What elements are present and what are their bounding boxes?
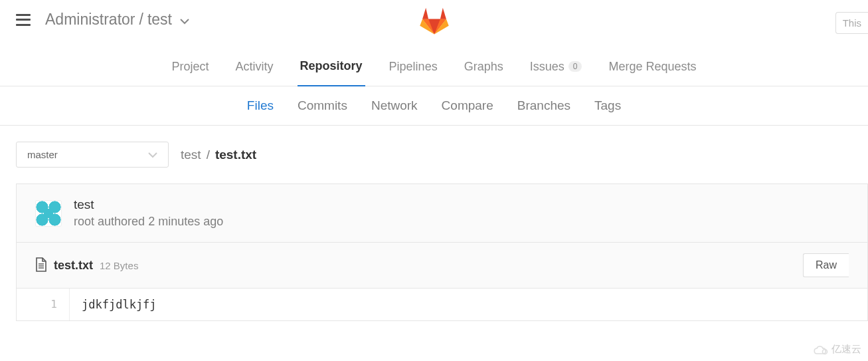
tab-repository[interactable]: Repository — [298, 59, 365, 86]
file-icon — [35, 257, 47, 274]
code-line: jdkfjdlkjfj — [70, 289, 169, 320]
branch-selected-label: master — [27, 149, 58, 160]
main-nav: Project Activity Repository Pipelines Gr… — [0, 35, 868, 86]
sub-network[interactable]: Network — [371, 98, 418, 113]
watermark: 亿速云 — [813, 343, 861, 356]
tab-graphs[interactable]: Graphs — [462, 59, 506, 86]
file-path-breadcrumb: test / test.txt — [181, 148, 256, 162]
sub-branches[interactable]: Branches — [517, 98, 570, 113]
path-current: test.txt — [215, 148, 256, 162]
path-root[interactable]: test — [181, 148, 201, 162]
breadcrumb-separator: / — [139, 11, 143, 29]
file-size: 12 Bytes — [100, 260, 138, 271]
last-commit: test root authored 2 minutes ago — [17, 184, 867, 243]
raw-button[interactable]: Raw — [803, 253, 849, 277]
sub-compare[interactable]: Compare — [442, 98, 493, 113]
search-input[interactable]: This — [835, 12, 868, 34]
file-panel: test root authored 2 minutes ago — [16, 183, 868, 321]
project-link[interactable]: test — [147, 11, 172, 29]
tab-project[interactable]: Project — [169, 59, 212, 86]
commit-meta: root authored 2 minutes ago — [74, 215, 223, 229]
tab-activity[interactable]: Activity — [233, 59, 276, 86]
line-number: 1 — [17, 289, 70, 320]
file-name: test.txt — [54, 259, 93, 273]
owner-link[interactable]: Administrator — [45, 11, 135, 29]
sub-tags[interactable]: Tags — [594, 98, 621, 113]
commit-title[interactable]: test — [74, 197, 223, 212]
tab-issues[interactable]: Issues 0 — [527, 59, 585, 86]
branch-select[interactable]: master — [16, 142, 169, 168]
project-breadcrumb: Administrator / test — [45, 11, 189, 29]
chevron-down-icon — [148, 149, 157, 160]
issues-count-badge: 0 — [568, 61, 582, 72]
tab-merge-requests[interactable]: Merge Requests — [606, 59, 699, 86]
avatar[interactable] — [35, 200, 62, 227]
file-content: 1 jdkfjdlkjfj — [17, 289, 867, 320]
sub-commits[interactable]: Commits — [298, 98, 347, 113]
hamburger-icon[interactable] — [16, 14, 31, 26]
path-separator: / — [207, 148, 210, 162]
project-dropdown-caret[interactable] — [180, 11, 189, 29]
tab-pipelines[interactable]: Pipelines — [387, 59, 440, 86]
repo-sub-nav: Files Commits Network Compare Branches T… — [0, 86, 868, 126]
sub-files[interactable]: Files — [247, 98, 274, 113]
gitlab-logo-icon[interactable] — [418, 5, 451, 38]
